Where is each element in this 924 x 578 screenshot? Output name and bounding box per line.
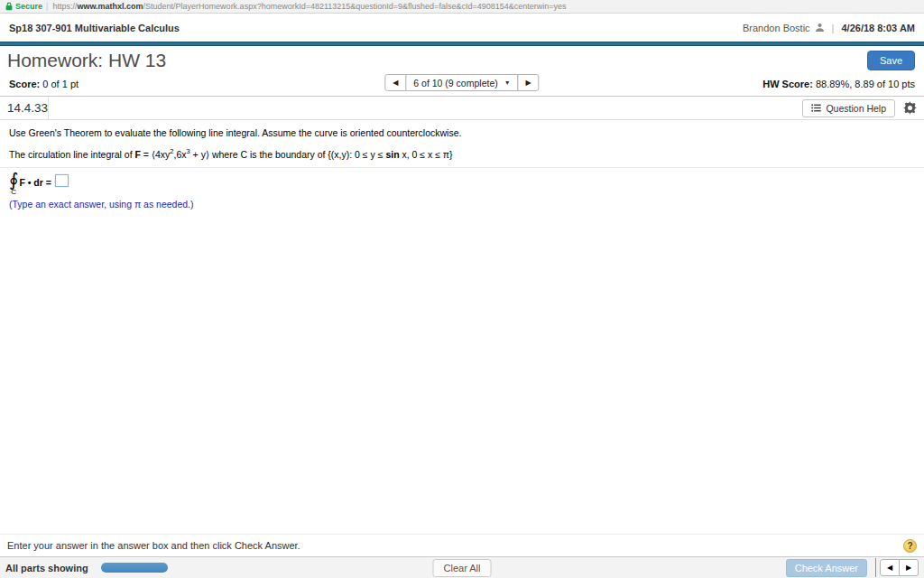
parts-status: All parts showing	[5, 563, 88, 573]
question-nav-group: ◀ 6 of 10 (9 complete) ▼ ▶	[384, 74, 539, 91]
next-icon: ▶	[906, 564, 911, 572]
answer-input[interactable]	[55, 174, 69, 187]
page-url[interactable]: https://www.mathxl.com/Student/PlayerHom…	[52, 2, 566, 11]
user-area: Brandon Bostic | 4/26/18 8:03 AM	[743, 23, 915, 33]
question-bar: 14.4.33 Question Help	[0, 97, 924, 120]
footer-divider	[875, 558, 876, 577]
prev-icon: ◀	[393, 79, 398, 87]
datetime: 4/26/18 8:03 AM	[841, 23, 915, 33]
browser-address-bar[interactable]: Secure | https://www.mathxl.com/Student/…	[0, 0, 924, 14]
header-separator: |	[832, 23, 835, 33]
score-text: Score: 0 of 1 pt	[9, 79, 79, 89]
lock-icon	[5, 2, 13, 11]
caret-down-icon: ▼	[504, 79, 511, 86]
hint-row: Enter your answer in the answer box and …	[0, 534, 924, 556]
question-content: Use Green's Theorem to evaluate the foll…	[0, 120, 924, 210]
page-title: Homework: HW 13	[7, 50, 166, 71]
integrand: F • dr =	[19, 177, 51, 188]
hint-text: Enter your answer in the answer box and …	[7, 540, 300, 551]
question-formula: The circulation line integral of F = ⟨4x…	[9, 147, 915, 160]
clear-all-button[interactable]: Clear All	[433, 559, 492, 577]
user-icon[interactable]	[815, 23, 825, 33]
integral-subscript: C	[11, 189, 16, 196]
next-icon: ▶	[526, 79, 531, 87]
check-answer-button[interactable]: Check Answer	[786, 559, 867, 577]
user-name: Brandon Bostic	[743, 23, 810, 33]
help-icon[interactable]: ?	[903, 539, 917, 553]
contour-integral: ∮ C	[9, 171, 18, 196]
question-number: 14.4.33	[0, 97, 49, 119]
progress-bar-fill	[101, 563, 168, 573]
question-help-button[interactable]: Question Help	[802, 99, 895, 117]
footer-next-button[interactable]: ▶	[899, 559, 919, 576]
title-row: Homework: HW 13 Save	[0, 46, 924, 73]
prev-icon: ◀	[887, 564, 892, 572]
address-bar-divider: |	[46, 2, 48, 11]
content-spacer	[0, 210, 924, 535]
site-header: Sp18 307-901 Multivariable Calculus Bran…	[0, 14, 924, 42]
mathxl-homework-page: { "colors": { "accent_bar": "#2b7097", "…	[0, 0, 924, 578]
settings-button[interactable]	[903, 101, 917, 115]
score-bar: Score: 0 of 1 pt ◀ 6 of 10 (9 complete) …	[0, 73, 924, 97]
secure-label: Secure	[15, 2, 42, 11]
progress-bar	[101, 563, 168, 573]
course-title: Sp18 307-901 Multivariable Calculus	[9, 23, 180, 33]
footer-right-controls: Check Answer ◀ ▶	[786, 558, 919, 577]
answer-note: (Type an exact answer, using π as needed…	[9, 199, 915, 210]
oint-symbol: ∮	[9, 171, 18, 189]
save-button[interactable]: Save	[867, 51, 915, 70]
question-select-dropdown[interactable]: 6 of 10 (9 complete) ▼	[405, 74, 518, 91]
question-statement: Use Green's Theorem to evaluate the foll…	[9, 127, 915, 138]
prev-question-button[interactable]: ◀	[384, 74, 406, 91]
next-question-button[interactable]: ▶	[518, 74, 540, 91]
list-icon	[811, 104, 821, 112]
footer-toolbar: All parts showing Clear All Check Answer…	[0, 556, 924, 578]
hw-score-text: HW Score: 88.89%, 8.89 of 10 pts	[762, 79, 915, 89]
question-divider	[0, 167, 924, 168]
answer-equation: ∮ C F • dr =	[9, 171, 915, 196]
footer-prev-button[interactable]: ◀	[880, 559, 900, 576]
gear-icon	[903, 101, 917, 115]
